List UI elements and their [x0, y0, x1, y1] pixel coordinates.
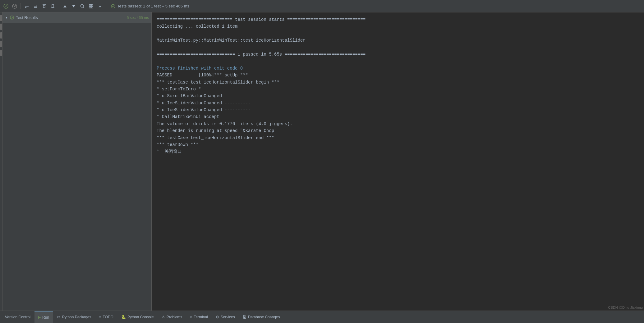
- sort-desc-icon[interactable]: [32, 3, 39, 10]
- console-line-14: * CallMatrixWinUi accept: [157, 113, 639, 120]
- console-line-1: collecting ... collected 1 item: [157, 23, 639, 30]
- run-icon: ▶: [38, 315, 41, 319]
- pass-icon[interactable]: [2, 3, 9, 10]
- test-result-header[interactable]: ▼ Test Results 5 sec 465 ms: [2, 12, 151, 23]
- svg-rect-13: [52, 5, 54, 7]
- console-line-16: The blender is running at speed "&Karate…: [157, 127, 639, 134]
- tab-todo[interactable]: ≡TODO: [95, 311, 117, 323]
- console-output[interactable]: ============================= test sessi…: [152, 12, 644, 311]
- console-line-8: PASSED [100%]*** setUp ***: [157, 72, 639, 79]
- run-label: Run: [42, 315, 49, 320]
- services-icon: ⚙: [216, 315, 219, 319]
- left-icon-5: [0, 50, 2, 56]
- database-changes-icon: 🗄: [243, 315, 246, 319]
- console-line-17: *** testCase test_iceHorizontalSlider en…: [157, 134, 639, 141]
- down-icon[interactable]: [70, 3, 77, 10]
- left-icon-4: [0, 41, 2, 47]
- console-line-0: ============================= test sessi…: [157, 16, 639, 23]
- tab-terminal[interactable]: >Terminal: [186, 311, 212, 323]
- separator-3: [106, 3, 106, 9]
- up-icon[interactable]: [62, 3, 68, 10]
- expand-icon[interactable]: [88, 3, 94, 10]
- align-top-icon[interactable]: [41, 3, 48, 10]
- version-control-label: Version Control: [5, 315, 30, 319]
- status-text: Tests passed: 1 of 1 test – 5 sec 465 ms: [117, 4, 189, 8]
- svg-point-20: [111, 4, 115, 8]
- svg-line-15: [83, 7, 84, 8]
- svg-rect-18: [89, 7, 91, 8]
- svg-rect-11: [43, 5, 45, 8]
- expand-arrow-icon: ▼: [5, 16, 8, 19]
- console-line-5: ============================== 1 passed …: [157, 51, 639, 58]
- svg-point-14: [81, 4, 84, 7]
- svg-point-21: [10, 16, 14, 19]
- terminal-icon: >: [190, 315, 192, 319]
- todo-icon: ≡: [99, 315, 101, 319]
- main-content: ▼ Test Results 5 sec 465 ms ============…: [0, 12, 644, 311]
- left-panel: ▼ Test Results 5 sec 465 ms: [2, 12, 152, 311]
- left-icon-2: [0, 24, 2, 30]
- tab-services[interactable]: ⚙Services: [212, 311, 239, 323]
- python-console-label: Python Console: [127, 315, 154, 319]
- left-icon-1: [0, 15, 2, 21]
- sort-asc-icon[interactable]: [23, 3, 30, 10]
- test-result-duration: 5 sec 465 ms: [127, 16, 149, 20]
- test-tree[interactable]: [2, 23, 151, 311]
- console-line-11: * uiScrollBarValueChanged ----------: [157, 93, 639, 99]
- tab-version-control[interactable]: Version Control: [1, 311, 34, 323]
- svg-rect-16: [89, 4, 91, 6]
- status-check-icon: [111, 4, 115, 8]
- console-line-9: *** testCase test_iceHorizontalSlider be…: [157, 79, 639, 86]
- database-changes-label: Database Changes: [248, 315, 280, 319]
- problems-label: Problems: [167, 315, 182, 319]
- watermark: CSDN @Ding Jiaxiong: [608, 306, 643, 309]
- test-result-title: Test Results: [16, 15, 125, 20]
- tab-database-changes[interactable]: 🗄Database Changes: [239, 311, 284, 323]
- svg-rect-19: [91, 7, 93, 8]
- console-line-10: * setFormToZero *: [157, 86, 639, 93]
- python-console-icon: 🐍: [121, 315, 126, 319]
- console-line-13: * uiIceSliderValueChanged ----------: [157, 107, 639, 113]
- align-bottom-icon[interactable]: [49, 3, 56, 10]
- search-icon[interactable]: [79, 3, 86, 10]
- console-line-4: [157, 44, 639, 51]
- todo-label: TODO: [103, 315, 113, 319]
- tab-python-console[interactable]: 🐍Python Console: [117, 311, 158, 323]
- services-label: Services: [221, 315, 235, 319]
- separator-1: [21, 3, 21, 9]
- console-line-18: *** tearDown ***: [157, 141, 639, 148]
- more-icon[interactable]: »: [96, 3, 103, 10]
- console-line-7: Process finished with exit code 0: [157, 65, 639, 72]
- svg-point-0: [4, 4, 8, 8]
- tab-problems[interactable]: ⚠Problems: [158, 311, 186, 323]
- python-packages-icon: 🗂: [57, 315, 61, 319]
- console-line-2: [157, 30, 639, 37]
- console-line-19: * 关闭窗口: [157, 148, 639, 155]
- toolbar-status: Tests passed: 1 of 1 test – 5 sec 465 ms: [111, 4, 189, 8]
- console-line-3: MatrixWinTest.py::MatrixWinTest::test_ic…: [157, 37, 639, 44]
- problems-icon: ⚠: [162, 315, 165, 319]
- toolbar: » Tests passed: 1 of 1 test – 5 sec 465 …: [0, 0, 644, 12]
- separator-2: [59, 3, 59, 9]
- tab-run[interactable]: ▶Run: [34, 311, 53, 323]
- svg-rect-17: [91, 4, 93, 6]
- stop-icon[interactable]: [11, 3, 18, 10]
- left-icon-strip: [0, 12, 2, 311]
- test-check-icon: [10, 16, 14, 20]
- terminal-label: Terminal: [194, 315, 208, 319]
- console-line-15: The volume of drinks is 0.1776 liters (4…: [157, 121, 639, 127]
- console-line-12: * uiIceSliderValueChanged ----------: [157, 100, 639, 107]
- tab-python-packages[interactable]: 🗂Python Packages: [53, 311, 95, 323]
- console-line-6: [157, 58, 639, 65]
- bottom-tabs: Version Control▶Run🗂Python Packages≡TODO…: [0, 311, 644, 323]
- left-icon-3: [0, 32, 2, 39]
- python-packages-label: Python Packages: [62, 315, 91, 319]
